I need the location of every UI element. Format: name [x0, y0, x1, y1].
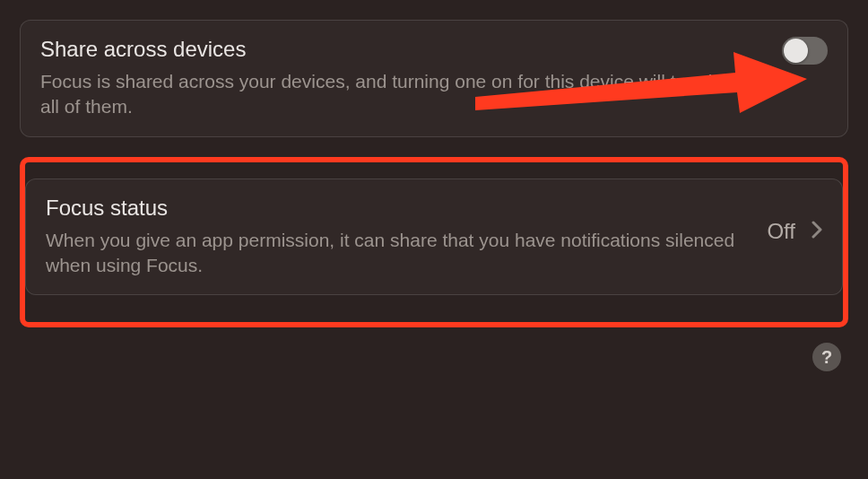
focus-status-left: Focus status When you give an app permis…: [46, 196, 767, 279]
annotation-highlight-box: Focus status When you give an app permis…: [20, 157, 848, 328]
focus-status-value: Off: [767, 219, 795, 244]
focus-status-right: Off: [767, 196, 822, 244]
focus-status-title: Focus status: [46, 196, 767, 221]
help-icon: ?: [821, 347, 832, 368]
share-across-devices-panel: Share across devices Focus is shared acr…: [20, 20, 848, 137]
toggle-knob-icon: [784, 39, 808, 63]
help-button[interactable]: ?: [812, 343, 841, 371]
share-toggle[interactable]: [782, 37, 828, 65]
chevron-right-icon: [812, 219, 822, 244]
share-desc: Focus is shared across your devices, and…: [40, 69, 776, 120]
focus-status-desc: When you give an app permission, it can …: [46, 228, 767, 279]
share-title: Share across devices: [40, 37, 828, 62]
focus-status-panel[interactable]: Focus status When you give an app permis…: [25, 179, 843, 296]
